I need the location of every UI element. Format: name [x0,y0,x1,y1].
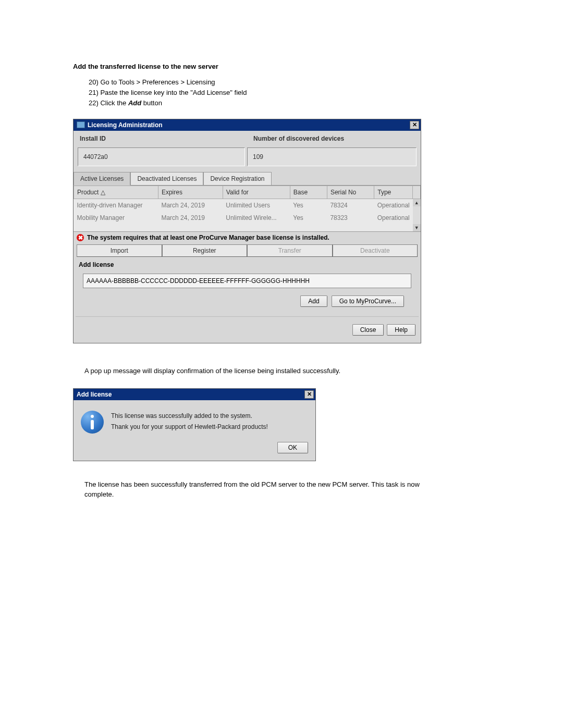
popup-line1: This license was successfully added to t… [111,411,268,421]
licensing-admin-window: Licensing Administration ✕ Install ID Nu… [73,119,421,343]
popup-footer: OK [74,442,315,461]
add-license-popup: Add license ✕ This license was successfu… [73,388,316,461]
step-20: 20) Go to Tools > Preferences > Licensin… [89,78,490,87]
install-id-field[interactable]: 44072a0 [78,147,245,166]
window-title: Licensing Administration [88,121,163,129]
col-valid-for[interactable]: Valid for [223,186,290,199]
add-button[interactable]: Add [300,295,327,307]
narrative-text-2: The license has been successfully transf… [84,480,439,500]
popup-text: This license was successfully added to t… [111,411,268,434]
cell-serial-no: 78323 [327,212,374,224]
popup-line2: Thank you for your support of Hewlett-Pa… [111,422,268,432]
step-text: Go to Tools > Preferences > Licensing [100,78,215,86]
cell-product: Mobility Manager [74,212,158,224]
step-text: Paste the license key into the "Add Lice… [100,89,247,96]
col-type[interactable]: Type [374,186,413,199]
field-values-row: 44072a0 109 [74,147,421,169]
field-labels-row: Install ID Number of discovered devices [74,131,421,147]
devices-label: Number of discovered devices [253,135,417,142]
col-base[interactable]: Base [290,186,327,199]
tab-deactivated-licenses[interactable]: Deactivated Licenses [130,172,203,186]
install-id-label: Install ID [80,135,243,142]
close-button[interactable]: Close [352,324,384,336]
table-row[interactable]: Mobility Manager March 24, 2019 Unlimite… [74,212,421,224]
actions-row: Import Register Transfer Deactivate [74,243,421,260]
error-icon: ✖ [77,234,84,241]
step-text-a: Click the [100,99,128,107]
col-product[interactable]: Product △ [74,186,158,199]
cell-serial-no: 78324 [327,199,374,212]
help-button[interactable]: Help [387,324,415,336]
license-input-wrap [74,272,421,291]
cell-type: Operational [374,212,413,224]
col-serial-no[interactable]: Serial No [327,186,374,199]
title-left: Licensing Administration [77,121,163,129]
step-num: 22) [89,99,99,107]
info-icon [81,411,104,434]
tab-active-licenses[interactable]: Active Licenses [74,172,130,186]
register-button[interactable]: Register [162,244,248,257]
scrollbar[interactable]: ▲ ▼ [413,199,421,231]
cell-expires: March 24, 2019 [158,199,223,212]
warning-text: The system requires that at least one Pr… [87,234,329,241]
install-id-block: Install ID [74,131,247,147]
window-body: Install ID Number of discovered devices … [74,131,421,343]
step-text-b: button [141,99,162,107]
cell-expires: March 24, 2019 [158,212,223,224]
col-expires[interactable]: Expires [158,186,223,199]
tab-device-registration[interactable]: Device Registration [203,172,271,186]
cell-type: Operational [374,199,413,212]
cell-valid-for: Unlimited Users [223,199,290,212]
cell-base: Yes [290,199,327,212]
step-21: 21) Paste the license key into the "Add … [89,88,490,97]
devices-field[interactable]: 109 [247,147,417,166]
devices-box-wrap: 109 [247,147,421,169]
popup-title: Add license [77,391,112,398]
table-header-row: Product △ Expires Valid for Base Serial … [74,186,421,199]
step-num: 20) [89,78,99,86]
window-icon [77,121,85,128]
ok-button[interactable]: OK [277,442,308,453]
close-icon[interactable]: ✕ [410,121,419,129]
scroll-col [413,186,421,199]
table-row-partial [74,224,421,231]
import-button[interactable]: Import [77,244,162,257]
popup-close-icon[interactable]: ✕ [304,390,314,399]
bottom-buttons-row: Close Help [74,317,421,343]
add-buttons-row: Add Go to MyProCurve... [74,291,421,312]
step-num: 21) [89,89,99,96]
document-page: Add the transferred license to the new s… [0,0,563,544]
narrative-text-1: A pop up message will display confirmati… [84,366,439,376]
scroll-down-icon[interactable]: ▼ [413,224,421,231]
titlebar[interactable]: Licensing Administration ✕ [74,119,421,131]
popup-body: This license was successfully added to t… [74,400,315,442]
transfer-button[interactable]: Transfer [247,244,333,257]
section-title: Add the transferred license to the new s… [73,63,490,70]
warning-bar: ✖ The system requires that at least one … [74,231,421,243]
install-id-box-wrap: 44072a0 [74,147,247,169]
steps-list: 20) Go to Tools > Preferences > Licensin… [89,78,490,108]
license-input[interactable] [83,274,411,288]
add-license-label: Add license [74,260,421,272]
devices-block: Number of discovered devices [247,131,421,147]
tabs-row: Active Licenses Deactivated Licenses Dev… [74,170,421,186]
step-22: 22) Click the Add button [89,98,490,108]
scroll-up-icon[interactable]: ▲ [413,199,421,206]
fields-wrap: Install ID Number of discovered devices … [74,131,421,169]
cell-base: Yes [290,212,327,224]
cell-product: Identity-driven Manager [74,199,158,212]
goto-myprocurve-button[interactable]: Go to MyProCurve... [332,295,404,307]
license-table: Product △ Expires Valid for Base Serial … [74,186,421,231]
table-row[interactable]: Identity-driven Manager March 24, 2019 U… [74,199,421,212]
step-bold: Add [128,99,141,107]
popup-titlebar[interactable]: Add license ✕ [74,389,315,400]
deactivate-button[interactable]: Deactivate [333,244,418,257]
cell-valid-for: Unlimited Wirele... [223,212,290,224]
